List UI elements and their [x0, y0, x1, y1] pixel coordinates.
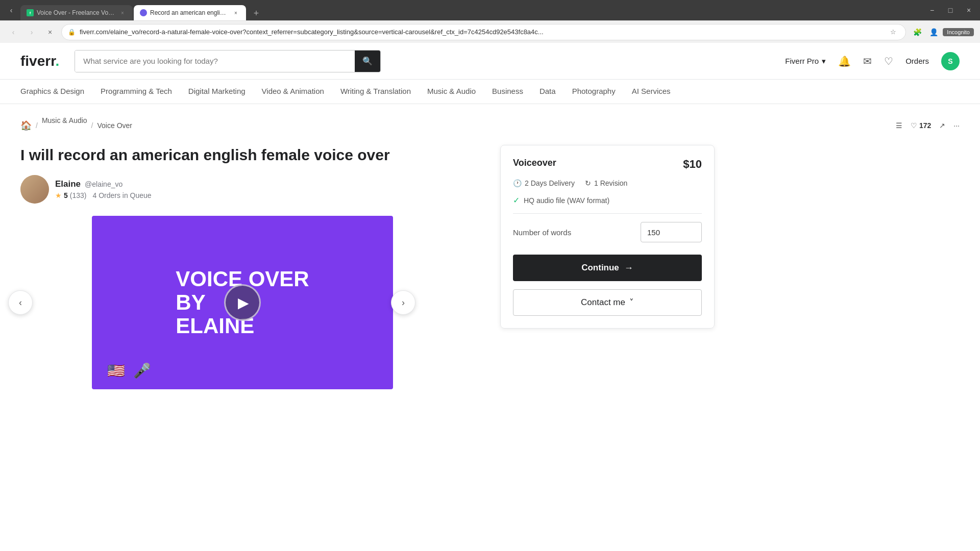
seller-avatar-img [20, 175, 49, 204]
nav-item-marketing[interactable]: Digital Marketing [188, 80, 246, 104]
back-button[interactable]: ‹ [6, 25, 20, 39]
card-header: Voiceover $10 [513, 158, 702, 171]
incognito-badge: Incognito [943, 28, 974, 36]
fiverr-pro-label: Fiverr Pro [785, 57, 819, 65]
revision-meta: ↻ 1 Revision [585, 179, 627, 187]
delivery-label: 2 Days Delivery [525, 179, 575, 187]
words-input[interactable] [641, 222, 702, 242]
seller-reviews[interactable]: (133) [70, 191, 87, 199]
share-icon: ↗ [939, 121, 945, 130]
list-view-button[interactable]: ☰ [896, 121, 902, 130]
search-button[interactable]: 🔍 [355, 51, 380, 72]
forward-button[interactable]: › [24, 25, 39, 39]
reload-button[interactable]: × [43, 25, 57, 39]
flag-icon: 🇺🇸 [107, 362, 125, 379]
browser-tab-2[interactable]: Record an american english fer... × [134, 5, 246, 20]
card-meta: 🕐 2 Days Delivery ↻ 1 Revision [513, 179, 702, 187]
search-bar: 🔍 [75, 50, 381, 72]
orders-link[interactable]: Orders [905, 57, 929, 65]
main-content: 🏠 / Music & Audio / Voice Over ☰ ♡ 172 ↗… [0, 104, 980, 402]
play-button[interactable]: ▶ [224, 284, 261, 321]
sidebar-card: Voiceover $10 🕐 2 Days Delivery ↻ 1 Revi… [500, 145, 715, 329]
profile-button[interactable]: 👤 [926, 25, 941, 39]
browser-tab-1[interactable]: f Voice Over - Freelance Voice A... × [20, 5, 133, 20]
window-controls: − □ × [925, 3, 976, 17]
nav-item-data[interactable]: Data [540, 80, 556, 104]
fiverr-logo[interactable]: fiverr. [20, 53, 59, 69]
continue-arrow-icon: → [624, 263, 633, 273]
more-options-button[interactable]: ··· [953, 121, 960, 130]
breadcrumb-current: Voice Over [97, 121, 132, 130]
category-nav: Graphics & Design Programming & Tech Dig… [0, 80, 980, 104]
card-feature: ✓ HQ audio file (WAV format) [513, 195, 702, 205]
toolbar-actions: 🧩 👤 Incognito [910, 25, 974, 39]
browser-toolbar: ‹ › × 🔒 fiverr.com/elaine_vo/record-a-na… [0, 20, 980, 43]
card-divider [513, 213, 702, 214]
like-button[interactable]: ♡ 172 [911, 121, 931, 130]
contact-button[interactable]: Contact me ˅ [513, 289, 702, 316]
seller-name[interactable]: Elaine [55, 179, 81, 189]
nav-item-writing[interactable]: Writing & Translation [340, 80, 411, 104]
header-nav: Fiverr Pro ▾ 🔔 ✉ ♡ Orders S [785, 52, 960, 70]
tab-favicon-1: f [27, 9, 34, 16]
nav-item-photography[interactable]: Photography [572, 80, 616, 104]
continue-label: Continue [581, 263, 619, 273]
tab-title-2: Record an american english fer... [150, 9, 229, 16]
contact-chevron-icon: ˅ [629, 297, 634, 308]
breadcrumb-actions: ☰ ♡ 172 ↗ ··· [896, 121, 960, 130]
nav-item-music[interactable]: Music & Audio [427, 80, 476, 104]
prev-media-button[interactable]: ‹ [8, 290, 33, 315]
tab-title-1: Voice Over - Freelance Voice A... [37, 9, 115, 16]
gig-image: VOICE OVER BY ELAINE ▶ 🇺🇸 🎤 [92, 216, 393, 389]
continue-button[interactable]: Continue → [513, 255, 702, 281]
close-button[interactable]: × [962, 3, 976, 17]
nav-item-programming[interactable]: Programming & Tech [101, 80, 172, 104]
seller-orders-queue: 4 Orders in Queue [92, 191, 151, 199]
nav-item-business[interactable]: Business [492, 80, 523, 104]
tab-close-2[interactable]: × [232, 9, 240, 17]
new-tab-button[interactable]: + [249, 6, 263, 20]
gig-image-bottom: 🇺🇸 🎤 [107, 362, 151, 379]
breadcrumb-music-link[interactable]: Music & Audio [42, 116, 87, 124]
tab-close-1[interactable]: × [118, 9, 127, 17]
nav-item-graphics[interactable]: Graphics & Design [20, 80, 84, 104]
share-button[interactable]: ↗ [939, 121, 945, 130]
content-main: I will record an american english female… [20, 145, 480, 389]
seller-meta: ★ 5 (133) 4 Orders in Queue [55, 191, 152, 199]
feature-label: HQ audio file (WAV format) [524, 196, 609, 205]
user-avatar[interactable]: S [941, 52, 960, 70]
tab-favicon-2 [140, 9, 147, 16]
seller-avatar[interactable] [20, 175, 49, 204]
notifications-icon[interactable]: 🔔 [838, 55, 851, 67]
favorites-icon[interactable]: ♡ [884, 55, 893, 67]
check-icon: ✓ [513, 195, 520, 205]
extensions-button[interactable]: 🧩 [910, 25, 924, 39]
person-icon: 🎤 [133, 362, 151, 379]
seller-rating: 5 [64, 191, 68, 199]
seller-handle: @elaine_vo [85, 180, 122, 188]
messages-icon[interactable]: ✉ [863, 55, 872, 67]
minimize-button[interactable]: − [925, 3, 939, 17]
breadcrumb-sep-1: / [36, 121, 38, 130]
tab-scroll-left[interactable]: ‹ [4, 3, 18, 17]
site-header: fiverr. 🔍 Fiverr Pro ▾ 🔔 ✉ ♡ Orders S [0, 43, 980, 80]
url-text: fiverr.com/elaine_vo/record-a-natural-fe… [80, 28, 883, 36]
maximize-button[interactable]: □ [943, 3, 958, 17]
nav-item-ai[interactable]: AI Services [632, 80, 671, 104]
fiverr-pro-button[interactable]: Fiverr Pro ▾ [785, 57, 826, 66]
bookmark-button[interactable]: ☆ [887, 26, 899, 38]
revision-label: 1 Revision [594, 179, 627, 187]
address-actions: ☆ [887, 26, 899, 38]
next-media-button[interactable]: › [391, 290, 415, 315]
seller-info: Elaine @elaine_vo ★ 5 (133) 4 Orders in … [20, 175, 480, 204]
address-bar[interactable]: 🔒 fiverr.com/elaine_vo/record-a-natural-… [61, 24, 906, 40]
search-input[interactable] [75, 51, 355, 72]
breadcrumb-home-icon[interactable]: 🏠 [20, 120, 32, 131]
fiverr-page: fiverr. 🔍 Fiverr Pro ▾ 🔔 ✉ ♡ Orders S Gr… [0, 43, 980, 402]
content-layout: I will record an american english female… [20, 145, 960, 389]
lock-icon: 🔒 [68, 29, 76, 36]
breadcrumb: 🏠 / Music & Audio / Voice Over ☰ ♡ 172 ↗… [20, 116, 960, 135]
media-container: ‹ VOICE OVER BY ELAINE ▶ 🇺🇸 🎤 [20, 216, 403, 389]
logo-dot: . [56, 53, 60, 69]
nav-item-video[interactable]: Video & Animation [262, 80, 324, 104]
